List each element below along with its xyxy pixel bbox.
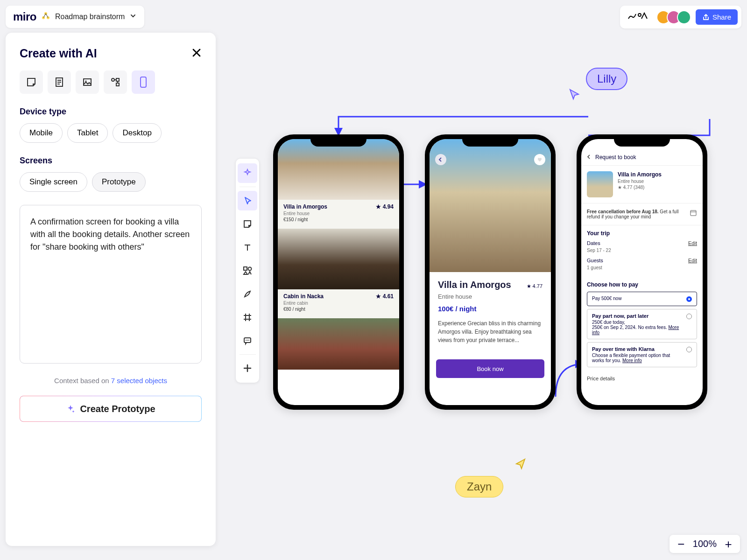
svg-point-19 (246, 340, 247, 341)
device-desktop-pill[interactable]: Desktop (113, 123, 161, 143)
panel-title: Create with AI (20, 47, 97, 60)
cursor-icon (514, 457, 528, 471)
listing-rating: ★ 4.61 (376, 293, 394, 300)
guests-label: Guests (587, 258, 603, 263)
screens-single-pill[interactable]: Single screen (20, 172, 87, 192)
radio-icon (686, 296, 692, 302)
heart-icon[interactable] (534, 154, 545, 165)
create-prototype-label: Create Prototype (80, 404, 155, 414)
phone-frame-detail[interactable]: Villa in Amorgos ★ 4.77 Entire house 100… (425, 134, 556, 410)
board-title[interactable]: Roadmap brainstorm (55, 13, 125, 21)
diagram-tool[interactable] (104, 70, 127, 94)
select-tool[interactable] (238, 191, 257, 210)
phone-frame-checkout[interactable]: Request to book Villa in Amorgos Entire … (577, 134, 707, 410)
zoom-control: − 100% + (669, 535, 740, 553)
collaborator-tag-lilly: Lilly (586, 68, 627, 90)
presence-avatars[interactable] (656, 10, 691, 24)
collaborator-tag-zayn: Zayn (455, 476, 503, 497)
miro-logo: miro (13, 10, 36, 23)
edit-dates-link[interactable]: Edit (688, 240, 697, 246)
listing-subtitle: Entire cabin (283, 301, 394, 306)
listing-subtitle: Entire house (283, 211, 394, 216)
detail-description: Experience Grecian bliss in this charmin… (438, 319, 543, 344)
chevron-left-icon[interactable] (587, 154, 592, 161)
summary-title: Villa in Amorgos (618, 171, 662, 178)
header-right: Share (620, 6, 741, 28)
zoom-in-button[interactable]: + (723, 539, 733, 549)
back-icon[interactable] (435, 154, 446, 165)
svg-rect-16 (244, 267, 247, 270)
prompt-textarea[interactable]: A confirmation screen for booking a vill… (20, 205, 202, 364)
board-org-icon (41, 11, 50, 22)
calendar-icon (690, 209, 697, 219)
summary-thumb (587, 171, 613, 197)
summary-rating: ★ 4.77 (348) (618, 185, 662, 190)
listing-price: €80 / night (283, 307, 394, 312)
device-tablet-pill[interactable]: Tablet (67, 123, 108, 143)
svg-rect-13 (116, 78, 119, 81)
close-icon[interactable] (191, 48, 202, 60)
share-button[interactable]: Share (696, 9, 738, 25)
listing-title: Cabin in Nacka (283, 293, 324, 300)
pen-tool[interactable] (238, 284, 257, 304)
detail-hero-image (430, 139, 551, 272)
text-tool[interactable] (238, 238, 257, 257)
dates-value: Sep 17 - 22 (587, 248, 697, 253)
svg-rect-15 (141, 77, 146, 87)
listing-title: Villa in Amorgos (283, 203, 327, 210)
svg-point-21 (248, 340, 249, 341)
phone-frame-listings[interactable]: Villa in Amorgos★ 4.94 Entire house €150… (273, 134, 404, 410)
choose-pay-label: Choose how to pay (587, 281, 697, 288)
detail-rating: ★ 4.77 (527, 283, 543, 289)
avatar (677, 10, 691, 24)
svg-rect-14 (116, 83, 119, 86)
pay-option-klarna[interactable]: Pay over time with KlarnaChoose a flexib… (587, 342, 697, 367)
reactions-button[interactable] (624, 8, 652, 26)
radio-icon (686, 347, 692, 352)
image-tool[interactable] (76, 70, 99, 94)
comment-tool[interactable] (238, 331, 257, 350)
shapes-tool[interactable] (238, 261, 257, 280)
cursor-icon (568, 88, 582, 102)
dates-label: Dates (587, 240, 600, 246)
detail-title: Villa in Amorgos (438, 280, 511, 290)
svg-rect-10 (84, 79, 91, 85)
sticky-tool[interactable] (238, 214, 257, 234)
zoom-out-button[interactable]: − (676, 539, 686, 549)
context-text: Context based on 7 selected objects (20, 377, 202, 385)
detail-price: 100€ / night (438, 305, 543, 313)
edit-guests-link[interactable]: Edit (688, 258, 697, 263)
chevron-down-icon[interactable] (129, 12, 137, 21)
canvas-toolbar (236, 159, 259, 383)
prototype-tool[interactable] (132, 70, 155, 94)
svg-rect-23 (691, 210, 696, 216)
listing-rating: ★ 4.94 (376, 203, 394, 210)
device-type-label: Device type (20, 107, 202, 117)
ai-tool-row (20, 70, 202, 94)
screens-prototype-pill[interactable]: Prototype (92, 172, 146, 192)
listing-image (278, 229, 399, 289)
guests-value: 1 guest (587, 265, 697, 270)
listing-price: €150 / night (283, 217, 394, 222)
listing-image (278, 139, 399, 200)
ai-sparkle-tool[interactable] (238, 163, 257, 183)
device-mobile-pill[interactable]: Mobile (20, 123, 63, 143)
context-link[interactable]: 7 selected objects (111, 377, 167, 385)
book-now-button[interactable]: Book now (436, 359, 544, 378)
svg-point-12 (112, 78, 114, 81)
ai-panel: Create with AI Device type Mobile Tablet… (6, 33, 216, 546)
radio-icon (686, 314, 692, 319)
share-label: Share (712, 13, 731, 21)
pay-option-full[interactable]: Pay 500€ now (587, 292, 697, 306)
sticky-note-tool[interactable] (20, 70, 43, 94)
frame-tool[interactable] (238, 308, 257, 327)
pay-option-split[interactable]: Pay part now, part later250€ due today,2… (587, 309, 697, 339)
detail-subtitle: Entire house (438, 293, 543, 300)
document-tool[interactable] (48, 70, 71, 94)
add-tool[interactable] (238, 358, 257, 378)
create-prototype-button[interactable]: Create Prototype (20, 396, 202, 422)
price-details-label: Price details (581, 372, 703, 381)
screens-label: Screens (20, 156, 202, 166)
svg-point-5 (638, 14, 641, 16)
zoom-level[interactable]: 100% (693, 539, 717, 549)
